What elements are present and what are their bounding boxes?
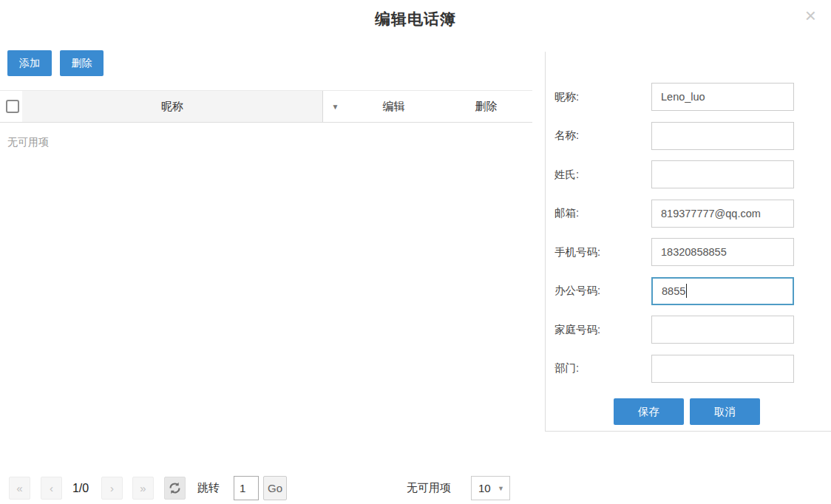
lastname-label: 姓氏:	[554, 168, 651, 182]
refresh-button[interactable]	[164, 477, 186, 500]
last-page-button[interactable]: »	[132, 477, 154, 500]
column-header-nickname[interactable]: 昵称	[22, 91, 323, 122]
office-number-field[interactable]: 8855	[651, 277, 794, 305]
add-button[interactable]: 添加	[7, 50, 52, 76]
form-row: 名称:	[554, 122, 794, 150]
field-value: Leno_luo	[661, 91, 705, 103]
close-icon[interactable]: ×	[805, 6, 816, 25]
mobile-number-label: 手机号码:	[554, 245, 651, 259]
pager-empty-text: 无可用项	[407, 477, 451, 500]
office-number-label: 办公号码:	[554, 284, 651, 298]
jump-label: 跳转	[197, 477, 220, 500]
form-row: 昵称: Leno_luo	[554, 83, 794, 111]
page-size-value: 10	[478, 482, 491, 494]
form-row: 办公号码: 8855	[554, 277, 794, 305]
field-value: 8855	[662, 285, 685, 297]
page-indicator: 1/0	[68, 477, 93, 500]
department-label: 部门:	[554, 361, 651, 375]
column-dropdown-icon[interactable]: ▼	[323, 91, 347, 122]
firstname-label: 名称:	[554, 129, 651, 143]
page-size-select[interactable]: 10 ▼	[471, 476, 510, 500]
dialog-title: 编辑电话簿	[0, 9, 831, 30]
form-row: 邮箱: 819377777@qq.com	[554, 200, 794, 228]
field-value: 18320858855	[661, 246, 727, 258]
field-value: 819377777@qq.com	[661, 208, 761, 219]
form-row: 家庭号码:	[554, 316, 794, 344]
mobile-number-field[interactable]: 18320858855	[651, 238, 794, 266]
table-header-checkbox-cell	[0, 91, 22, 122]
next-page-button[interactable]: ›	[101, 477, 123, 500]
refresh-icon	[169, 482, 181, 494]
first-page-button[interactable]: «	[9, 477, 30, 500]
prev-page-button[interactable]: ‹	[41, 477, 62, 500]
column-header-delete: 删除	[440, 91, 532, 122]
column-header-edit: 编辑	[347, 91, 440, 122]
text-cursor	[686, 284, 687, 298]
form-row: 姓氏:	[554, 160, 794, 188]
email-label: 邮箱:	[554, 206, 651, 220]
cancel-button[interactable]: 取消	[690, 398, 760, 425]
jump-page-input[interactable]: 1	[234, 476, 259, 500]
go-button[interactable]: Go	[263, 476, 287, 500]
panel-divider-horizontal	[545, 431, 831, 432]
home-number-field[interactable]	[651, 316, 794, 344]
table-header: 昵称 ▼ 编辑 删除	[0, 90, 532, 123]
form-row: 手机号码: 18320858855	[554, 238, 794, 266]
table-empty-text: 无可用项	[7, 136, 49, 149]
email-field[interactable]: 819377777@qq.com	[651, 200, 794, 228]
home-number-label: 家庭号码:	[554, 323, 651, 337]
nickname-field[interactable]: Leno_luo	[651, 83, 794, 111]
nickname-label: 昵称:	[554, 90, 651, 104]
lastname-field[interactable]	[651, 160, 794, 188]
select-all-checkbox[interactable]	[6, 100, 19, 113]
form-row: 部门:	[554, 355, 794, 383]
edit-phonebook-dialog: 编辑电话簿 × 添加 删除 昵称 ▼ 编辑 删除 无可用项 昵称: Leno_l…	[0, 0, 831, 504]
select-arrow-icon: ▼	[498, 485, 504, 492]
save-button[interactable]: 保存	[614, 398, 684, 425]
contact-form: 昵称: Leno_luo 名称: 姓氏: 邮箱: 819377777@qq.co…	[554, 83, 794, 393]
delete-button[interactable]: 删除	[60, 50, 104, 76]
firstname-field[interactable]	[651, 122, 794, 150]
department-field[interactable]	[651, 355, 794, 383]
panel-divider-vertical	[545, 52, 546, 431]
